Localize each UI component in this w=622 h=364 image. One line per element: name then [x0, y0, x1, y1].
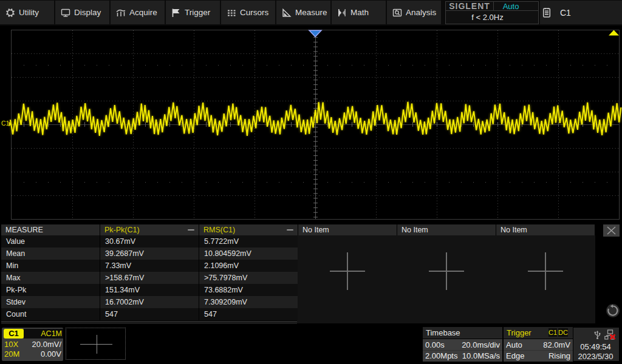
svg-text:C1: C1: [1, 120, 10, 127]
